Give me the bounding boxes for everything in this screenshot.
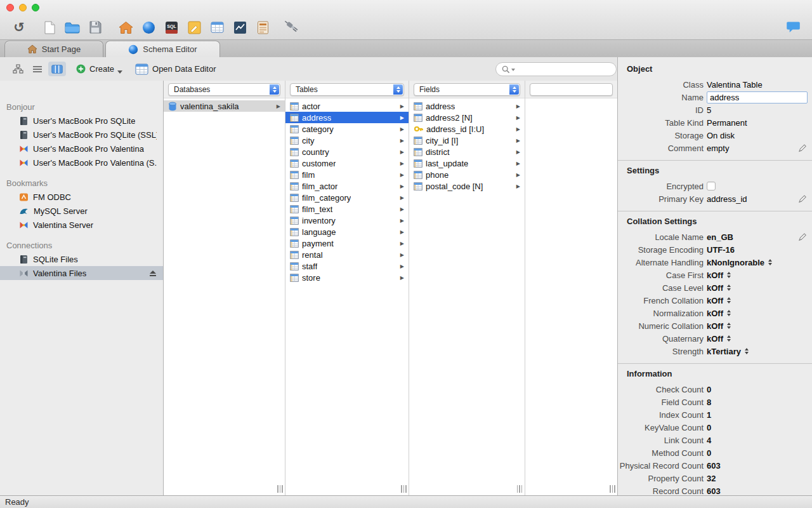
browser-item-inventory[interactable]: inventory▶	[285, 215, 409, 226]
sidebar-section-title: Bookmarks	[0, 177, 163, 190]
report-button[interactable]	[251, 17, 274, 37]
pencil-icon[interactable]	[798, 232, 807, 241]
value-stepper-icon[interactable]	[745, 348, 749, 354]
case-first-popup[interactable]: kOff	[707, 271, 731, 280]
value-stepper-icon[interactable]	[727, 284, 731, 291]
columns-view-button[interactable]	[48, 62, 66, 76]
name-input[interactable]	[707, 91, 808, 104]
open-folder-button[interactable]	[61, 17, 84, 37]
sidebar-item-user-s-macbook-pro-valentina[interactable]: User's MacBook Pro Valentina	[0, 142, 163, 156]
connect-server-button[interactable]	[282, 17, 304, 37]
normalization-popup[interactable]: kOff	[707, 309, 731, 318]
sql-editor-button[interactable]: SQL	[160, 17, 183, 37]
table-icon	[290, 182, 299, 190]
open-data-editor-button[interactable]: Open Data Editor	[133, 62, 218, 77]
french-collation-popup[interactable]: kOff	[707, 296, 731, 305]
browser-item-address[interactable]: address▶	[409, 100, 525, 112]
browser-item-film-actor[interactable]: film_actor▶	[285, 180, 409, 192]
sidebar-item-user-s-macbook-pro-valentina-s[interactable]: User's MacBook Pro Valentina (S...	[0, 156, 163, 170]
sidebar-item-valentina-files[interactable]: Valentina Files	[0, 266, 163, 280]
tab-schema-editor[interactable]: Schema Editor	[105, 41, 220, 57]
fields-popup-button[interactable]: Fields	[414, 83, 520, 96]
close-window-button[interactable]	[6, 4, 14, 11]
search-input[interactable]	[516, 65, 610, 74]
value-stepper-icon[interactable]	[727, 272, 731, 278]
diagram-editor-button[interactable]	[183, 17, 206, 37]
minimize-window-button[interactable]	[19, 4, 27, 11]
column-resize-grip[interactable]	[401, 485, 407, 493]
pencil-icon[interactable]	[798, 144, 807, 152]
sidebar-item-valentina-server[interactable]: Valentina Server	[0, 218, 163, 232]
list-view-button[interactable]	[29, 62, 46, 76]
encrypted-checkbox[interactable]	[707, 182, 716, 190]
browser-item-address-id-i-u[interactable]: address_id [I:U]▶	[409, 123, 525, 135]
numeric-collation-popup[interactable]: kOff	[707, 321, 731, 331]
browser-item-film-text[interactable]: film_text▶	[285, 203, 409, 215]
column-resize-grip[interactable]	[277, 485, 283, 493]
browser-item-store[interactable]: store▶	[285, 272, 409, 283]
eject-icon[interactable]	[149, 270, 157, 277]
strength-popup[interactable]: kTertiary	[707, 347, 749, 356]
data-editor-button[interactable]	[206, 17, 228, 37]
tab-bar: Start PageSchema Editor	[0, 39, 812, 57]
property-record-count: Record Count603	[618, 485, 812, 495]
value-stepper-icon[interactable]	[727, 323, 731, 329]
fullscreen-window-button[interactable]	[32, 4, 39, 11]
browser-item-language[interactable]: language▶	[285, 226, 409, 237]
value-stepper-icon[interactable]	[727, 297, 731, 304]
sidebar-item-user-s-macbook-pro-sqlite[interactable]: User's MacBook Pro SQLite	[0, 114, 163, 128]
new-document-button[interactable]	[38, 17, 61, 37]
browser-column-extra	[525, 81, 617, 495]
browser-item-address2-n[interactable]: address2 [N]▶	[409, 112, 525, 123]
browser-item-payment[interactable]: payment▶	[285, 237, 409, 249]
search-field[interactable]	[495, 62, 617, 76]
schema-editor-button[interactable]	[137, 17, 160, 37]
field-icon	[414, 171, 422, 179]
tab-label: Schema Editor	[143, 44, 197, 54]
table-icon	[290, 159, 299, 168]
case-level-popup[interactable]: kOff	[707, 283, 731, 293]
tree-view-button[interactable]	[9, 62, 27, 76]
browser-item-staff[interactable]: staff▶	[285, 260, 409, 272]
create-button-label: Create	[89, 64, 114, 74]
quaternary-popup[interactable]: kOff	[707, 334, 731, 344]
sidebar-item-mysql-server[interactable]: MySQL Server	[0, 204, 163, 218]
browser-item-district[interactable]: district▶	[409, 146, 525, 157]
undo-button[interactable]: ↺	[8, 17, 30, 37]
extra-popup-button[interactable]	[530, 83, 613, 96]
tables-popup-button[interactable]: Tables	[290, 83, 404, 96]
pencil-icon[interactable]	[798, 194, 807, 203]
sidebar-item-fm-odbc[interactable]: FM ODBC	[0, 190, 163, 204]
value-stepper-icon[interactable]	[727, 335, 731, 342]
databases-popup-button[interactable]: Databases	[168, 83, 280, 96]
tab-start-page[interactable]: Start Page	[4, 41, 103, 57]
browser-item-valentina-sakila[interactable]: valentina_sakila▶	[164, 100, 285, 112]
browser-item-city[interactable]: city▶	[285, 135, 409, 146]
alternate-handling-popup[interactable]: kNonIgnorable	[707, 258, 772, 267]
value-stepper-icon[interactable]	[727, 310, 731, 316]
sidebar-item-user-s-macbook-pro-sqlite-ssl[interactable]: User's MacBook Pro SQLite (SSL)	[0, 128, 163, 142]
column-resize-grip[interactable]	[610, 485, 615, 493]
browser-item-category[interactable]: category▶	[285, 123, 409, 135]
browser-item-film-category[interactable]: film_category▶	[285, 192, 409, 203]
fm-odbc-icon	[19, 192, 29, 202]
browser-item-rental[interactable]: rental▶	[285, 249, 409, 260]
sidebar-item-sqlite-files[interactable]: SQLite Files	[0, 252, 163, 266]
browser-item-film[interactable]: film▶	[285, 169, 409, 180]
column-resize-grip[interactable]	[517, 485, 523, 493]
save-button[interactable]	[84, 17, 107, 37]
browser-item-phone[interactable]: phone▶	[409, 169, 525, 180]
browser-item-actor[interactable]: actor▶	[285, 100, 409, 112]
home-button[interactable]	[114, 17, 137, 37]
browser-item-address[interactable]: address▶	[285, 112, 409, 123]
browser-item-customer[interactable]: customer▶	[285, 157, 409, 169]
browser-item-postal-code-n[interactable]: postal_code [N]▶	[409, 180, 525, 192]
chart-button[interactable]	[228, 17, 251, 37]
value-stepper-icon[interactable]	[768, 259, 772, 265]
feedback-chat-button[interactable]	[782, 17, 804, 37]
browser-item-last-update[interactable]: last_update▶	[409, 157, 525, 169]
table-icon	[290, 205, 299, 213]
browser-item-city-id-i[interactable]: city_id [I]▶	[409, 135, 525, 146]
browser-item-country[interactable]: country▶	[285, 146, 409, 157]
create-button[interactable]: Create	[74, 62, 125, 77]
